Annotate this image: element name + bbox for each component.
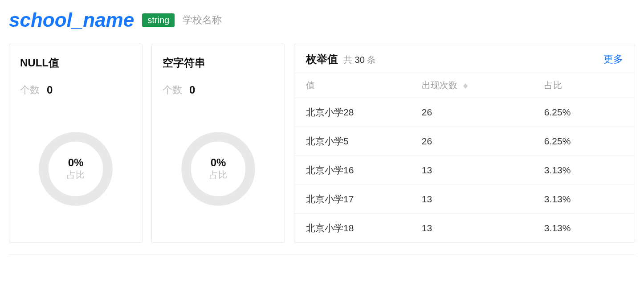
null-card-title: NULL值 <box>20 56 131 70</box>
enum-title-group: 枚举值 共 30 条 <box>306 52 376 66</box>
enum-header-ratio[interactable]: 占比 <box>533 73 635 98</box>
enum-row-count: 26 <box>410 98 533 127</box>
enum-row-value: 北京小学28 <box>294 98 410 127</box>
null-ratio-ring: 0% 占比 <box>36 129 116 209</box>
enum-row-count: 26 <box>410 127 533 156</box>
table-row: 北京小学17133.13% <box>294 185 635 214</box>
enum-row-value: 北京小学5 <box>294 127 410 156</box>
empty-count-row: 个数 0 <box>163 83 274 97</box>
enum-total-count: 30 <box>355 55 365 65</box>
enum-row-count: 13 <box>410 185 533 214</box>
enum-total-suffix: 条 <box>365 55 376 65</box>
enum-total-prefix: 共 <box>343 55 355 65</box>
field-header: school_name string 学校名称 <box>9 9 635 31</box>
enum-header: 枚举值 共 30 条 更多 <box>294 44 635 73</box>
null-count-row: 个数 0 <box>20 83 131 97</box>
enum-row-ratio: 3.13% <box>533 214 635 243</box>
enum-row-value: 北京小学17 <box>294 185 410 214</box>
empty-ratio-ring: 0% 占比 <box>178 129 258 209</box>
null-ring-wrap: 0% 占比 <box>20 110 131 227</box>
empty-ring-text: 0% 占比 <box>178 129 258 209</box>
empty-count-value: 0 <box>189 84 195 96</box>
null-ring-text: 0% 占比 <box>36 129 116 209</box>
field-description: 学校名称 <box>183 13 222 27</box>
enum-row-count: 13 <box>410 156 533 185</box>
enum-row-value: 北京小学18 <box>294 214 410 243</box>
table-row: 北京小学5266.25% <box>294 127 635 156</box>
null-value-card: NULL值 个数 0 0% 占比 <box>9 44 143 243</box>
enum-table-header-row: 值 出现次数 占比 <box>294 73 635 98</box>
enum-row-count: 13 <box>410 214 533 243</box>
null-count-label: 个数 <box>20 83 40 97</box>
null-ring-pct: 0% <box>68 156 84 169</box>
bottom-divider <box>9 254 635 255</box>
enum-row-ratio: 3.13% <box>533 156 635 185</box>
empty-ring-pct: 0% <box>211 156 226 169</box>
enum-total: 共 30 条 <box>343 54 376 66</box>
table-row: 北京小学16133.13% <box>294 156 635 185</box>
empty-ring-wrap: 0% 占比 <box>163 110 274 227</box>
field-name-title: school_name <box>9 9 134 31</box>
sort-down-icon <box>463 86 468 89</box>
enum-row-ratio: 3.13% <box>533 185 635 214</box>
cards-row: NULL值 个数 0 0% 占比 空字符串 个数 0 <box>9 44 635 243</box>
enum-header-count-label: 出现次数 <box>422 80 457 90</box>
null-count-value: 0 <box>47 84 53 96</box>
enum-title: 枚举值 <box>306 52 338 66</box>
table-row: 北京小学28266.25% <box>294 98 635 127</box>
empty-string-card: 空字符串 个数 0 0% 占比 <box>151 44 285 243</box>
enum-table: 值 出现次数 占比 北京小学28266.25%北京小学5266.25%北京小学1… <box>294 73 635 242</box>
enum-table-body: 北京小学28266.25%北京小学5266.25%北京小学16133.13%北京… <box>294 98 635 243</box>
empty-ring-label: 占比 <box>209 169 227 181</box>
field-type-badge: string <box>142 13 175 27</box>
enum-row-value: 北京小学16 <box>294 156 410 185</box>
empty-card-title: 空字符串 <box>163 56 274 70</box>
enum-values-card: 枚举值 共 30 条 更多 值 出现次数 占比 <box>294 44 635 243</box>
enum-header-count[interactable]: 出现次数 <box>410 73 533 98</box>
enum-more-link[interactable]: 更多 <box>603 53 623 66</box>
sort-icon[interactable] <box>463 83 468 89</box>
table-row: 北京小学18133.13% <box>294 214 635 243</box>
enum-row-ratio: 6.25% <box>533 127 635 156</box>
enum-row-ratio: 6.25% <box>533 98 635 127</box>
enum-header-value[interactable]: 值 <box>294 73 410 98</box>
null-ring-label: 占比 <box>67 169 85 181</box>
empty-count-label: 个数 <box>163 83 182 97</box>
